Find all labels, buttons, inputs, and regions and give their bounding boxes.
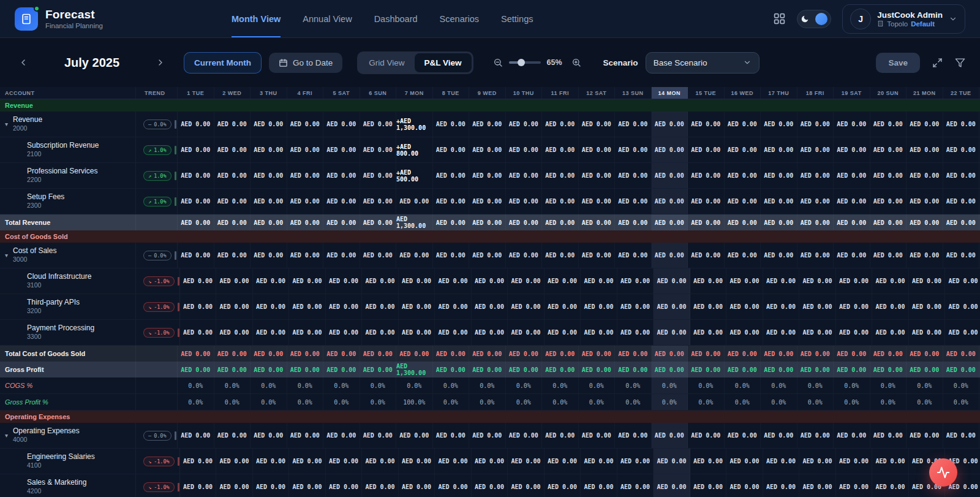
grid-cell[interactable]: AED 0.00 [909, 268, 946, 294]
account-cell[interactable]: COGS % [0, 377, 136, 393]
grid-cell[interactable]: AED 0.00 [435, 294, 472, 319]
grid-cell[interactable]: AED 0.00 [396, 423, 433, 448]
current-month-button[interactable]: Current Month [184, 52, 262, 74]
grid-cell[interactable]: AED 0.00 [545, 474, 581, 497]
grid-cell[interactable]: AED 0.00 [469, 423, 506, 448]
grid-cell[interactable]: AED 0.00 [909, 294, 946, 319]
grid-cell[interactable]: AED 0.00 [654, 268, 690, 294]
grid-cell[interactable]: AED 0.00 [469, 189, 506, 214]
grid-cell[interactable]: AED 0.00 [287, 137, 324, 162]
grid-cell[interactable]: AED 0.00 [178, 112, 214, 137]
grid-cell[interactable]: AED 0.00 [834, 423, 870, 448]
grid-cell[interactable]: AED 0.00 [872, 268, 909, 294]
grid-cell[interactable]: AED 0.00 [652, 243, 688, 268]
grid-cell[interactable]: AED 0.00 [251, 243, 287, 268]
grid-cell[interactable]: AED 0.00 [945, 294, 980, 319]
grid-cell[interactable]: AED 0.00 [617, 294, 654, 319]
grid-cell[interactable]: AED 0.00 [433, 112, 470, 137]
grid-cell[interactable]: AED 0.00 [433, 362, 470, 377]
go-to-date-button[interactable]: Go to Date [269, 53, 342, 73]
slider-knob[interactable] [518, 59, 525, 66]
grid-cell[interactable]: AED 0.00 [654, 474, 690, 497]
grid-cell[interactable]: 0.0% [506, 394, 543, 410]
grid-cell[interactable]: AED 0.00 [615, 163, 652, 188]
grid-cell[interactable]: AED 0.00 [178, 423, 214, 448]
grid-cell[interactable]: 0.0% [870, 394, 907, 410]
day-column-header[interactable]: 17 THU [761, 87, 797, 99]
grid-cell[interactable]: AED 0.00 [542, 362, 579, 377]
day-column-header[interactable]: 7 MON [396, 87, 433, 99]
grid-cell[interactable]: AED 0.00 [360, 163, 397, 188]
grid-cell[interactable]: AED 0.00 [287, 423, 324, 448]
grid-cell[interactable]: 0.0% [251, 377, 287, 393]
grid-cell[interactable]: AED 0.00 [469, 362, 506, 377]
grid-cell[interactable]: AED 0.00 [799, 449, 836, 474]
grid-cell[interactable]: AED 0.00 [433, 243, 470, 268]
grid-cell[interactable]: AED 0.00 [872, 474, 909, 497]
day-column-header[interactable]: 4 FRI [287, 87, 324, 99]
grid-cell[interactable]: AED 0.00 [178, 163, 214, 188]
grid-cell[interactable]: AED 0.00 [508, 320, 545, 345]
grid-cell[interactable]: 0.0% [797, 377, 834, 393]
grid-cell[interactable]: AED 0.00 [761, 214, 797, 230]
grid-cell[interactable]: AED 0.00 [253, 294, 290, 319]
grid-cell[interactable]: AED 0.00 [323, 163, 360, 188]
grid-cell[interactable]: 0.0% [761, 377, 797, 393]
grid-cell[interactable]: AED 0.00 [870, 112, 907, 137]
grid-cell[interactable]: AED 0.00 [323, 189, 360, 214]
grid-cell[interactable]: AED 0.00 [579, 243, 616, 268]
grid-cell[interactable]: AED 0.00 [581, 320, 617, 345]
grid-cell[interactable]: AED 0.00 [834, 362, 870, 377]
grid-cell[interactable]: AED 0.00 [180, 320, 217, 345]
grid-cell[interactable]: AED 0.00 [725, 423, 761, 448]
grid-cell[interactable]: AED 0.00 [834, 346, 870, 362]
grid-cell[interactable]: +AED 1,300.00 [396, 112, 433, 137]
grid-cell[interactable]: AED 0.00 [797, 189, 834, 214]
grid-cell[interactable]: AED 0.00 [542, 214, 579, 230]
grid-cell[interactable]: AED 0.00 [797, 362, 834, 377]
filter-icon[interactable] [955, 58, 965, 68]
grid-cell[interactable]: AED 0.00 [726, 449, 763, 474]
grid-cell[interactable]: AED 0.00 [763, 268, 800, 294]
grid-cell[interactable]: AED 0.00 [287, 346, 324, 362]
activity-fab-button[interactable] [929, 458, 957, 487]
grid-cell[interactable]: AED 0.00 [508, 474, 545, 497]
grid-cell[interactable]: AED 0.00 [472, 474, 508, 497]
grid-cell[interactable]: AED 0.00 [688, 362, 725, 377]
grid-cell[interactable]: AED 0.00 [652, 423, 688, 448]
grid-cell[interactable]: AED 0.00 [945, 268, 980, 294]
grid-cell[interactable]: AED 0.00 [506, 137, 543, 162]
grid-cell[interactable]: AED 0.00 [362, 449, 399, 474]
grid-cell[interactable]: AED 0.00 [396, 189, 433, 214]
grid-cell[interactable]: 0.0% [579, 377, 616, 393]
grid-cell[interactable]: 0.0% [469, 377, 506, 393]
day-column-header[interactable]: 20 SUN [870, 87, 907, 99]
grid-cell[interactable]: AED 0.00 [581, 294, 617, 319]
grid-cell[interactable]: AED 0.00 [323, 137, 360, 162]
grid-cell[interactable]: AED 0.00 [690, 474, 727, 497]
grid-cell[interactable]: 0.0% [178, 394, 214, 410]
grid-cell[interactable]: AED 0.00 [654, 449, 690, 474]
grid-cell[interactable]: AED 0.00 [797, 243, 834, 268]
grid-cell[interactable]: 0.0% [652, 394, 688, 410]
grid-cell[interactable]: AED 0.00 [907, 214, 943, 230]
grid-cell[interactable]: AED 0.00 [797, 214, 834, 230]
grid-cell[interactable]: AED 0.00 [469, 346, 506, 362]
grid-cell[interactable]: AED 0.00 [214, 214, 251, 230]
grid-cell[interactable]: AED 0.00 [834, 112, 870, 137]
grid-cell[interactable]: AED 1,300.00 [396, 362, 433, 377]
grid-cell[interactable]: AED 0.00 [399, 474, 435, 497]
grid-cell[interactable]: AED 0.00 [579, 163, 616, 188]
user-menu[interactable]: J JustCook Admin Topolo Default [842, 4, 965, 34]
grid-cell[interactable]: AED 0.00 [360, 137, 397, 162]
grid-cell[interactable]: AED 0.00 [652, 112, 688, 137]
grid-cell[interactable]: 100.0% [396, 394, 433, 410]
grid-cell[interactable]: 0.0% [907, 394, 943, 410]
account-cell[interactable]: ▾Cost of Sales3000 [0, 243, 136, 268]
grid-cell[interactable]: AED 0.00 [216, 474, 253, 497]
grid-cell[interactable]: AED 0.00 [943, 346, 980, 362]
grid-view-tab[interactable]: Grid View [359, 53, 414, 72]
grid-cell[interactable]: AED 0.00 [216, 294, 253, 319]
grid-cell[interactable]: 0.0% [542, 394, 579, 410]
prev-month-button[interactable] [15, 54, 32, 71]
